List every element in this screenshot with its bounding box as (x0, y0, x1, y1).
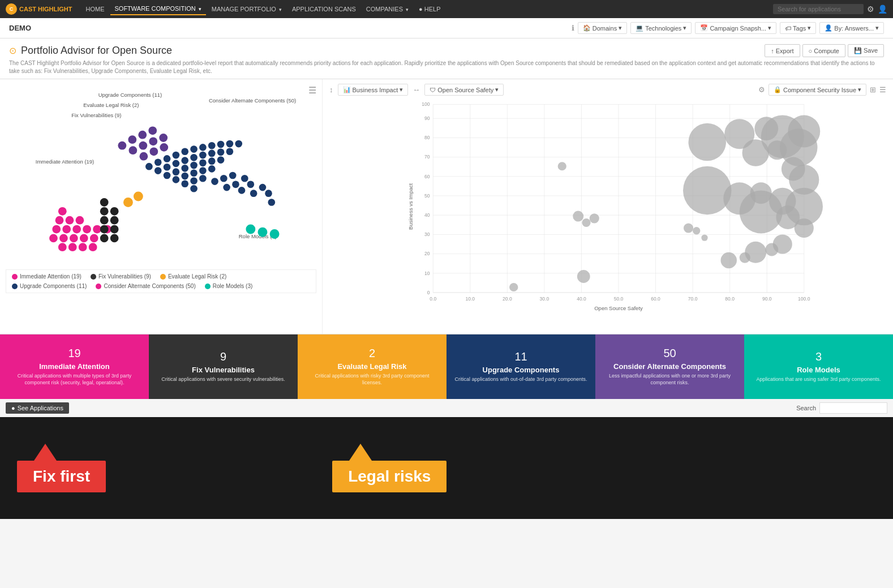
nav-software-composition[interactable]: SOFTWARE COMPOSITION ▾ (110, 3, 206, 15)
chevron-down-icon: ▾ (400, 86, 403, 93)
svg-point-52 (190, 145, 198, 153)
svg-point-87 (232, 181, 239, 188)
svg-point-25 (100, 234, 109, 242)
svg-point-164 (573, 211, 583, 222)
svg-text:60: 60 (424, 174, 430, 179)
svg-point-97 (270, 229, 280, 239)
chart-type-icon[interactable]: ⊞ (870, 85, 876, 94)
technologies-filter[interactable]: 💻 Technologies ▾ (630, 22, 692, 34)
svg-point-95 (246, 225, 255, 234)
svg-text:70: 70 (424, 154, 430, 160)
svg-text:100: 100 (422, 101, 430, 107)
nav-manage-portfolio[interactable]: MANAGE PORTFOLIO ▾ (207, 3, 286, 15)
legend-label-legal: Evaluate Legal Risk (2) (168, 273, 226, 280)
svg-text:10: 10 (424, 271, 430, 276)
nav-search-area: ⚙ 👤 (773, 4, 887, 14)
svg-point-46 (160, 143, 168, 152)
card-alternate-title: Consider Alternate Components (613, 362, 726, 371)
resize-icon[interactable]: ↕ (329, 85, 333, 94)
chevron-down-icon: ▾ (683, 24, 686, 32)
svg-point-79 (181, 180, 188, 187)
legend-label-upgrade: Upgrade Components (11) (20, 283, 87, 289)
bubble-chart-svg: Upgrade Components (11) Evaluate Legal R… (6, 85, 316, 266)
svg-point-150 (742, 139, 770, 166)
user-icon[interactable]: 👤 (878, 5, 887, 14)
save-button[interactable]: 💾 Save (848, 44, 884, 57)
compute-button[interactable]: ○ Compute (802, 44, 845, 57)
chevron-down-icon: ▾ (619, 24, 622, 32)
svg-text:50.0: 50.0 (614, 296, 624, 302)
card-role-models[interactable]: 3 Role Models Applications that are usin… (744, 334, 893, 399)
app-logo: C CAST HIGHLIGHT (6, 3, 72, 15)
svg-point-160 (740, 191, 783, 234)
nav-items: HOME SOFTWARE COMPOSITION ▾ MANAGE PORTF… (81, 3, 445, 15)
open-source-safety-btn[interactable]: 🛡 Open Source Safety ▾ (424, 84, 504, 96)
technologies-label: Technologies (645, 25, 681, 32)
svg-text:50: 50 (424, 193, 430, 199)
nav-companies[interactable]: COMPANIES ▾ (362, 3, 413, 15)
svg-point-13 (80, 234, 88, 242)
svg-point-17 (72, 225, 81, 234)
domains-filter[interactable]: 🏠 Domains ▾ (578, 22, 627, 34)
legend-dot-fix (91, 274, 96, 280)
svg-point-65 (217, 148, 225, 156)
nav-home[interactable]: HOME (81, 3, 109, 15)
menu-icon[interactable]: ☰ (879, 85, 886, 94)
svg-text:20.0: 20.0 (503, 296, 512, 302)
svg-point-62 (190, 154, 198, 161)
legend-label-alternate: Consider Alternate Components (50) (104, 283, 195, 289)
user-filter[interactable]: 👤 By: Answers... ▾ (819, 22, 884, 34)
card-legal-risk[interactable]: 2 Evaluate Legal Risk Critical applicati… (298, 334, 447, 399)
tags-filter[interactable]: 🏷 Tags ▾ (780, 22, 816, 34)
see-applications-button[interactable]: ● See Applications (6, 402, 69, 414)
svg-point-56 (226, 140, 234, 148)
legend-label-immediate: Immediate Attention (19) (20, 273, 81, 280)
svg-point-169 (693, 227, 700, 234)
svg-text:Consider Alternate Components : Consider Alternate Components (50) (209, 97, 296, 104)
svg-text:100.0: 100.0 (798, 296, 810, 302)
annotations-area: Fix first Legal risks (0, 417, 893, 519)
chevron-down-icon: ▾ (768, 24, 771, 32)
card-upgrade-number: 11 (514, 350, 527, 363)
svg-point-15 (52, 225, 61, 234)
campaign-icon: 📅 (700, 24, 708, 32)
svg-text:Evaluate Legal Risk (2): Evaluate Legal Risk (2) (83, 102, 139, 108)
export-button[interactable]: ↑ Export (765, 44, 800, 57)
card-fix-vulnerabilities[interactable]: 9 Fix Vulnerabilities Critical applicati… (149, 334, 298, 399)
svg-text:70.0: 70.0 (688, 296, 698, 302)
info-icon[interactable]: ℹ (572, 24, 574, 32)
svg-point-92 (259, 184, 267, 191)
component-security-btn[interactable]: 🔒 Component Security Issue ▾ (769, 84, 866, 96)
card-alternate-components[interactable]: 50 Consider Alternate Components Less im… (595, 334, 744, 399)
svg-text:80.0: 80.0 (725, 296, 735, 302)
scatter-plot-svg: 0 10 20 30 40 50 60 70 80 90 100 0.0 10.… (329, 99, 886, 314)
svg-text:60.0: 60.0 (651, 296, 660, 302)
chevron-down-icon: ▾ (199, 6, 201, 12)
business-impact-btn[interactable]: 📊 Business Impact ▾ (338, 84, 409, 96)
nav-app-scans[interactable]: APPLICATION SCANS (287, 3, 360, 15)
svg-point-84 (220, 175, 227, 182)
svg-point-51 (181, 148, 188, 155)
nav-help[interactable]: ● HELP (414, 3, 445, 15)
campaign-filter[interactable]: 📅 Campaign Snapsh... ▾ (695, 22, 776, 34)
card-immediate-attention[interactable]: 19 Immediate Attention Critical applicat… (0, 334, 149, 399)
svg-text:80: 80 (424, 135, 430, 140)
svg-point-18 (83, 225, 91, 234)
svg-point-43 (159, 134, 168, 142)
svg-text:40.0: 40.0 (577, 296, 586, 302)
search-input[interactable] (773, 4, 864, 14)
card-immediate-title: Immediate Attention (39, 362, 109, 371)
eye-icon: ● (11, 405, 15, 411)
bottom-search-input[interactable] (819, 402, 887, 414)
shield-icon: 🛡 (430, 87, 436, 93)
filter-icon[interactable]: ⚙ (867, 5, 874, 14)
svg-text:10.0: 10.0 (465, 296, 475, 302)
bottom-area: ● See Applications Search (0, 399, 893, 417)
svg-point-59 (164, 164, 171, 171)
legend-label-fix: Fix Vulnerabilities (9) (98, 273, 151, 280)
card-upgrade-components[interactable]: 11 Upgrade Components Critical applicati… (447, 334, 595, 399)
svg-point-91 (250, 190, 257, 197)
settings-icon[interactable]: ⚙ (758, 85, 765, 94)
svg-point-26 (110, 234, 119, 242)
svg-point-33 (100, 198, 109, 207)
